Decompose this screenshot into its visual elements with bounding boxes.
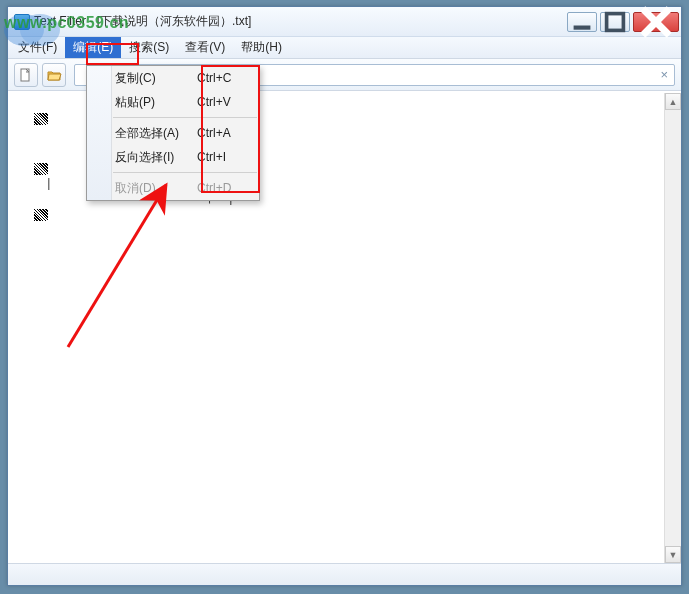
window-controls (564, 12, 679, 32)
menu-search[interactable]: 搜索(S) (121, 37, 177, 58)
menubar: 文件(F) 编辑(E) 搜索(S) 查看(V) 帮助(H) (8, 37, 681, 59)
app-window: Text Filter - [下载说明（河东软件园）.txt] 文件(F) 编辑… (7, 6, 682, 586)
open-folder-button[interactable] (42, 63, 66, 87)
titlebar: Text Filter - [下载说明（河东软件园）.txt] (8, 7, 681, 37)
maximize-button[interactable] (600, 12, 630, 32)
vertical-scrollbar[interactable]: ▲ ▼ (664, 93, 681, 563)
statusbar (8, 563, 681, 585)
scroll-up-button[interactable]: ▲ (665, 93, 681, 110)
edit-dropdown-menu: 复制(C) Ctrl+C 粘贴(P) Ctrl+V 全部选择(A) Ctrl+A… (86, 65, 260, 201)
window-title: Text Filter - [下载说明（河东软件园）.txt] (34, 13, 564, 30)
open-file-button[interactable] (14, 63, 38, 87)
minimize-button[interactable] (567, 12, 597, 32)
menu-copy[interactable]: 复制(C) Ctrl+C (87, 66, 259, 90)
menu-separator (113, 172, 257, 173)
marker-icon (34, 113, 48, 125)
menu-edit[interactable]: 编辑(E) (65, 37, 121, 58)
menu-select-all[interactable]: 全部选择(A) Ctrl+A (87, 121, 259, 145)
menu-paste[interactable]: 粘贴(P) Ctrl+V (87, 90, 259, 114)
minimize-icon (568, 8, 596, 36)
menu-file[interactable]: 文件(F) (10, 37, 65, 58)
close-icon (634, 0, 678, 44)
menu-cancel[interactable]: 取消(D) Ctrl+D (87, 176, 259, 200)
maximize-icon (601, 8, 629, 36)
folder-open-icon (46, 67, 62, 83)
app-icon (14, 14, 30, 30)
file-icon (18, 67, 34, 83)
marker-icon (34, 209, 48, 221)
close-button[interactable] (633, 12, 679, 32)
menu-help[interactable]: 帮助(H) (233, 37, 290, 58)
marker-icon (34, 163, 48, 175)
svg-rect-1 (607, 13, 624, 30)
menu-view[interactable]: 查看(V) (177, 37, 233, 58)
scroll-down-button[interactable]: ▼ (665, 546, 681, 563)
clear-search-icon[interactable]: × (658, 67, 670, 82)
menu-separator (113, 117, 257, 118)
menu-invert-selection[interactable]: 反向选择(I) Ctrl+I (87, 145, 259, 169)
